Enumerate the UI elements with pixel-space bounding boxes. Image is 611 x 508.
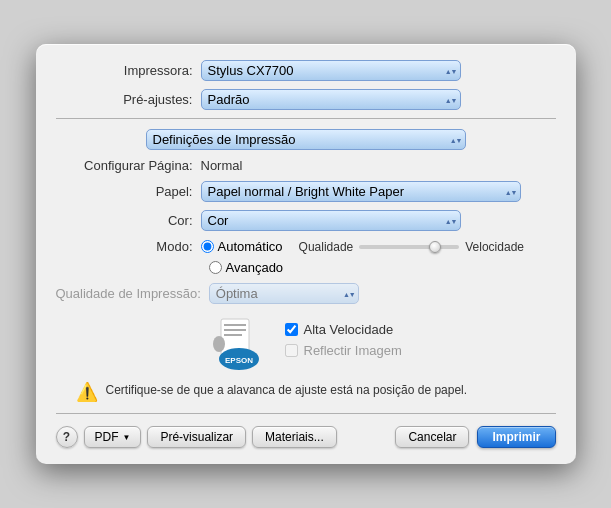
checkboxes-area: Alta Velocidade Reflectir Imagem xyxy=(285,322,402,358)
modo-row: Modo: Automático Qualidade Velocidade xyxy=(56,239,556,254)
print-dialog: Impressora: Stylus CX7700 Pré-ajustes: P… xyxy=(36,44,576,464)
qualidade-text: Qualidade xyxy=(299,240,354,254)
button-row: ? PDF ▼ Pré-visualizar Materiais... Canc… xyxy=(56,426,556,448)
cor-row: Cor: Cor xyxy=(56,210,556,231)
reflectir-imagem-checkbox[interactable] xyxy=(285,344,298,357)
preajustes-select[interactable]: Padrão xyxy=(201,89,461,110)
epson-logo-icon: EPSON xyxy=(209,314,269,374)
svg-text:EPSON: EPSON xyxy=(224,356,252,365)
automatico-label: Automático xyxy=(218,239,283,254)
quality-slider-track xyxy=(359,245,459,249)
pdf-arrow-icon: ▼ xyxy=(123,433,131,442)
warning-icon: ⚠️ xyxy=(76,381,98,403)
avancado-option[interactable]: Avançado xyxy=(209,260,284,275)
avancado-label: Avançado xyxy=(226,260,284,275)
quality-slider-container: Qualidade Velocidade xyxy=(299,240,524,254)
modo-label: Modo: xyxy=(56,239,201,254)
impressora-select[interactable]: Stylus CX7700 xyxy=(201,60,461,81)
configurar-value: Normal xyxy=(201,158,243,173)
materials-button[interactable]: Materiais... xyxy=(252,426,337,448)
cor-select[interactable]: Cor xyxy=(201,210,461,231)
reflectir-imagem-label: Reflectir Imagem xyxy=(304,343,402,358)
reflectir-imagem-option[interactable]: Reflectir Imagem xyxy=(285,343,402,358)
qualidade-impressao-select[interactable]: Óptima xyxy=(209,283,359,304)
pdf-button[interactable]: PDF ▼ xyxy=(84,426,142,448)
quality-slider-thumb[interactable] xyxy=(429,241,441,253)
svg-rect-3 xyxy=(224,334,242,336)
qualidade-impressao-row: Qualidade de Impressão: Óptima xyxy=(56,283,556,304)
help-button[interactable]: ? xyxy=(56,426,78,448)
automatico-option[interactable]: Automático xyxy=(201,239,283,254)
preajustes-select-wrapper: Padrão xyxy=(201,89,461,110)
alta-velocidade-checkbox[interactable] xyxy=(285,323,298,336)
avancado-row: Avançado xyxy=(209,260,556,275)
velocidade-text: Velocidade xyxy=(465,240,524,254)
papel-select-wrapper: Papel normal / Bright White Paper xyxy=(201,181,521,202)
print-button[interactable]: Imprimir xyxy=(477,426,555,448)
qualidade-impressao-label: Qualidade de Impressão: xyxy=(56,286,209,301)
svg-rect-1 xyxy=(224,324,246,326)
definicoes-select-wrapper: Definições de Impressão xyxy=(146,129,466,150)
qualidade-impressao-select-wrapper: Óptima xyxy=(209,283,359,304)
papel-label: Papel: xyxy=(56,184,201,199)
alta-velocidade-label: Alta Velocidade xyxy=(304,322,394,337)
modo-options: Automático Qualidade Velocidade xyxy=(201,239,524,254)
svg-point-4 xyxy=(213,336,225,352)
impressora-label: Impressora: xyxy=(56,63,201,78)
buttons-left: ? PDF ▼ Pré-visualizar Materiais... xyxy=(56,426,337,448)
cancel-button[interactable]: Cancelar xyxy=(395,426,469,448)
avancado-radio[interactable] xyxy=(209,261,222,274)
svg-rect-2 xyxy=(224,329,246,331)
automatico-radio[interactable] xyxy=(201,240,214,253)
preajustes-label: Pré-ajustes: xyxy=(56,92,201,107)
warning-text: Certifique-se de que a alavanca de ajust… xyxy=(106,382,468,399)
alta-velocidade-option[interactable]: Alta Velocidade xyxy=(285,322,402,337)
impressora-row: Impressora: Stylus CX7700 xyxy=(56,60,556,81)
top-divider xyxy=(56,118,556,119)
warning-row: ⚠️ Certifique-se de que a alavanca de aj… xyxy=(56,382,556,403)
papel-select[interactable]: Papel normal / Bright White Paper xyxy=(201,181,521,202)
configurar-row: Configurar Página: Normal xyxy=(56,158,556,173)
definicoes-row: Definições de Impressão xyxy=(56,129,556,150)
epson-area: EPSON Alta Velocidade Reflectir Imagem xyxy=(209,314,556,374)
cor-label: Cor: xyxy=(56,213,201,228)
configurar-label: Configurar Página: xyxy=(56,158,201,173)
impressora-select-wrapper: Stylus CX7700 xyxy=(201,60,461,81)
preajustes-row: Pré-ajustes: Padrão xyxy=(56,89,556,110)
papel-row: Papel: Papel normal / Bright White Paper xyxy=(56,181,556,202)
bottom-divider xyxy=(56,413,556,414)
cor-select-wrapper: Cor xyxy=(201,210,461,231)
preview-button[interactable]: Pré-visualizar xyxy=(147,426,246,448)
definicoes-select[interactable]: Definições de Impressão xyxy=(146,129,466,150)
pdf-label: PDF xyxy=(95,430,119,444)
buttons-right: Cancelar Imprimir xyxy=(395,426,555,448)
